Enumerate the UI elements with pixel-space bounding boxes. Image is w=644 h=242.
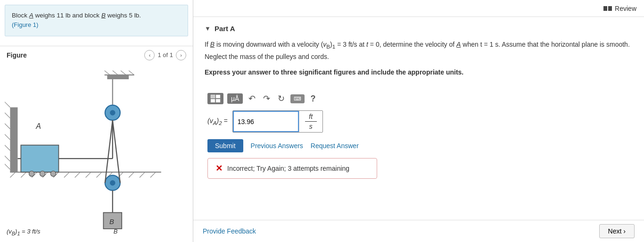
figure-bottom-equation: (vB)1 = 3 ft/s B	[7, 228, 117, 236]
bottom-bar: Provide Feedback Next ›	[193, 220, 644, 242]
right-panel: Review ▼ Part A If B is moving downward …	[193, 0, 644, 242]
mu-button[interactable]: μÅ	[227, 93, 243, 104]
problem-text-mid1: weighs 11 lb and block	[33, 12, 101, 19]
svg-point-44	[29, 171, 34, 176]
block-a-label: A	[29, 12, 33, 19]
figure-title: Figure	[7, 51, 27, 59]
review-icon-bar2	[608, 6, 612, 11]
block-b-label: B	[101, 12, 106, 19]
svg-line-20	[129, 172, 134, 177]
answer-units: ft s	[299, 111, 322, 132]
undo-icon-button[interactable]: ↶	[247, 92, 257, 105]
top-bar: Review	[193, 0, 644, 17]
svg-line-2	[5, 112, 10, 117]
svg-text:A: A	[35, 122, 41, 130]
svg-point-33	[110, 110, 115, 115]
svg-line-28	[105, 70, 110, 75]
unit-line	[305, 121, 317, 122]
svg-rect-47	[211, 95, 215, 98]
previous-answers-link[interactable]: Previous Answers	[251, 142, 303, 150]
svg-line-10	[21, 172, 26, 177]
svg-rect-50	[216, 99, 220, 102]
figure-link[interactable]: (Figure 1)	[12, 21, 38, 28]
redo-icon-button[interactable]: ↷	[261, 92, 272, 105]
svg-line-7	[5, 164, 10, 169]
svg-point-46	[50, 171, 56, 176]
figure-svg: A B	[5, 69, 188, 238]
svg-text:B: B	[109, 217, 114, 225]
svg-line-15	[75, 172, 80, 177]
svg-rect-0	[10, 107, 17, 172]
svg-rect-26	[107, 75, 129, 79]
figure-header: Figure ‹ 1 of 1 ›	[0, 46, 193, 64]
svg-line-1	[5, 102, 10, 107]
svg-line-14	[64, 172, 69, 177]
svg-rect-49	[211, 99, 215, 102]
svg-line-30	[121, 70, 126, 75]
answer-input-wrapper: ft s	[232, 110, 323, 133]
block-b-figure-label: B	[114, 228, 118, 235]
left-panel: Block A weighs 11 lb and block B weighs …	[0, 0, 193, 242]
next-chevron-icon: ›	[623, 227, 626, 235]
svg-line-21	[140, 172, 145, 177]
svg-line-3	[5, 123, 10, 128]
answer-label: (vA)2 =	[207, 117, 228, 126]
question-instruction: Express your answer to three significant…	[205, 67, 633, 78]
svg-point-35	[110, 180, 115, 185]
problem-text-end: .	[139, 12, 141, 19]
svg-line-16	[86, 172, 91, 177]
vb-sub: B	[12, 231, 15, 236]
next-button[interactable]: Next ›	[599, 224, 635, 238]
figure-nav: ‹ 1 of 1 ›	[144, 50, 186, 60]
help-icon-button[interactable]: ?	[308, 93, 317, 105]
review-label: Review	[615, 5, 636, 12]
matrix-icon-button[interactable]	[207, 93, 223, 104]
svg-line-31	[129, 70, 134, 75]
matrix-icon	[210, 94, 221, 103]
problem-statement: Block A weighs 11 lb and block B weighs …	[5, 5, 188, 36]
error-text: Incorrect; Try Again; 3 attempts remaini…	[227, 165, 349, 172]
svg-line-6	[5, 156, 10, 161]
error-box: ✕ Incorrect; Try Again; 3 attempts remai…	[207, 158, 377, 179]
request-answer-link[interactable]: Request Answer	[311, 142, 359, 150]
error-icon: ✕	[215, 163, 223, 174]
action-row: Submit Previous Answers Request Answer	[205, 139, 633, 152]
svg-rect-48	[216, 95, 220, 98]
figure-image: A B	[0, 64, 193, 242]
provide-feedback-button[interactable]: Provide Feedback	[203, 227, 256, 235]
figure-prev-button[interactable]: ‹	[144, 50, 155, 60]
svg-line-29	[113, 70, 118, 75]
svg-line-17	[97, 172, 102, 177]
svg-line-22	[150, 172, 156, 177]
review-icon	[603, 6, 612, 11]
svg-point-45	[40, 171, 45, 176]
answer-box-row: (vA)2 = ft s	[205, 110, 633, 133]
svg-line-9	[10, 172, 15, 177]
submit-button[interactable]: Submit	[207, 139, 243, 152]
problem-text-mid2: weighs 5 lb	[106, 12, 139, 19]
part-a-header: ▼ Part A	[205, 25, 633, 33]
problem-text-block-a-prefix: Block	[12, 12, 29, 19]
answer-input[interactable]	[233, 111, 299, 132]
next-label: Next	[608, 227, 622, 235]
svg-line-4	[5, 134, 10, 139]
answer-toolbar: μÅ ↶ ↷ ↻ ⌨ ?	[205, 91, 633, 107]
svg-line-5	[5, 145, 10, 150]
collapse-arrow-icon[interactable]: ▼	[205, 25, 211, 32]
bold-instruction: Express your answer to three significant…	[205, 68, 463, 76]
question-text: If B is moving downward with a velocity …	[205, 39, 633, 62]
figure-page-indicator: 1 of 1	[157, 51, 173, 58]
part-a-title: Part A	[215, 25, 235, 33]
refresh-icon-button[interactable]: ↻	[276, 92, 287, 105]
unit-denominator: s	[309, 123, 313, 130]
review-icon-bar1	[603, 6, 607, 11]
svg-line-39	[113, 120, 120, 183]
keyboard-icon-button[interactable]: ⌨	[290, 94, 305, 103]
content-area: ▼ Part A If B is moving downward with a …	[193, 17, 644, 220]
vb-eq: = 3 ft/s	[20, 228, 40, 235]
unit-numerator: ft	[309, 113, 313, 120]
svg-rect-23	[21, 145, 58, 172]
question-intro: If B is moving downward with a velocity …	[205, 41, 630, 60]
review-button[interactable]: Review	[603, 5, 636, 12]
figure-next-button[interactable]: ›	[176, 50, 186, 60]
